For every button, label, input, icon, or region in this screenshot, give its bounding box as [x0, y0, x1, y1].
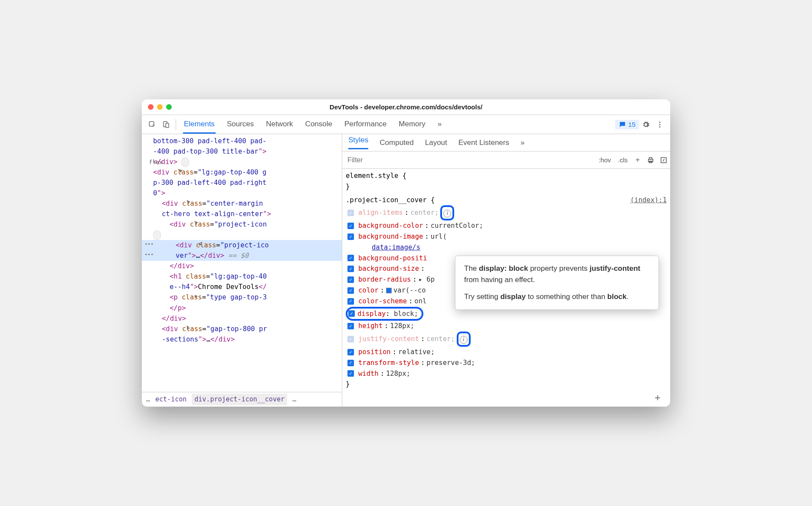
checkbox-icon[interactable]: ✓	[347, 276, 354, 283]
decl-bg-image[interactable]: ✓background-image: url(	[346, 231, 667, 242]
hint-tooltip: The display: block property prevents jus…	[455, 256, 659, 310]
tab-memory[interactable]: Memory	[398, 115, 426, 134]
add-icon[interactable]: ＋	[653, 391, 662, 404]
rule-header[interactable]: .project-icon__cover { (index):1	[346, 195, 667, 206]
close-icon[interactable]	[148, 104, 154, 110]
svg-point-5	[659, 126, 661, 127]
more-tabs-icon[interactable]: »	[521, 138, 524, 147]
dom-line[interactable]: -400 pad-top-300 title-bar">	[142, 146, 342, 157]
main-toolbar: Elements Sources Network Console Perform…	[142, 115, 670, 134]
device-toggle-icon[interactable]	[159, 118, 173, 131]
dom-line[interactable]: </div> flex	[142, 157, 342, 167]
styles-tabs: Styles Computed Layout Event Listeners »	[342, 134, 670, 151]
checkbox-icon[interactable]: ✓	[347, 349, 354, 355]
svg-rect-2	[166, 123, 169, 128]
decl-justify-content[interactable]: ✓justify-content: center; i	[346, 332, 667, 347]
filter-input[interactable]	[342, 156, 595, 164]
kebab-icon[interactable]	[653, 118, 667, 131]
tab-styles[interactable]: Styles	[348, 136, 368, 149]
messages-badge[interactable]: 15	[615, 120, 639, 129]
dom-line[interactable]: </div>	[142, 261, 342, 271]
flex-badge[interactable]: flex	[181, 158, 189, 167]
checkbox-icon[interactable]: ✓	[348, 310, 355, 317]
info-icon[interactable]: i	[443, 210, 451, 217]
checkbox-icon[interactable]: ✓	[347, 210, 354, 216]
dom-line[interactable]: 0">	[142, 188, 342, 198]
decl-bg-color[interactable]: ✓background-color: currentColor;	[346, 220, 667, 231]
settings-icon[interactable]	[639, 118, 653, 131]
maximize-icon[interactable]	[166, 104, 172, 110]
element-style-block[interactable]: element.style { }	[346, 171, 667, 192]
cls-toggle[interactable]: .cls	[615, 156, 632, 164]
hov-toggle[interactable]: :hov	[595, 156, 614, 164]
new-rule-icon[interactable]: ＋	[631, 155, 644, 164]
dom-line[interactable]: flex	[142, 230, 342, 240]
checkbox-icon[interactable]: ✓	[347, 233, 354, 240]
dom-line[interactable]: p-300 pad-left-400 pad-right	[142, 177, 342, 188]
titlebar: DevTools - developer.chrome.com/docs/dev…	[142, 99, 670, 115]
checkbox-icon[interactable]: ✓	[347, 336, 354, 342]
tab-performance[interactable]: Performance	[344, 115, 387, 134]
dom-line[interactable]: ▶<div class="gap-top-800 pr	[142, 324, 342, 334]
decl-bg-image-url[interactable]: data:image/s	[346, 242, 667, 253]
tab-sources[interactable]: Sources	[226, 115, 255, 134]
dom-line[interactable]: ▼<div class="lg:gap-top-400 g	[142, 167, 342, 177]
crumb-item-active[interactable]: div.project-icon__cover	[192, 394, 287, 405]
tab-network[interactable]: Network	[265, 115, 294, 134]
content-area: bottom-300 pad-left-400 pad- -400 pad-to…	[142, 134, 670, 407]
tab-computed[interactable]: Computed	[380, 138, 413, 147]
svg-point-3	[659, 122, 661, 123]
checkbox-icon[interactable]: ✓	[347, 255, 354, 261]
dom-line[interactable]: <h1 class="lg:gap-top-40	[142, 271, 342, 282]
computed-toggle-icon[interactable]	[657, 156, 670, 164]
devtools-window: DevTools - developer.chrome.com/docs/dev…	[142, 99, 670, 407]
checkbox-icon[interactable]: ✓	[347, 266, 354, 272]
dom-line[interactable]: ▼<div class="project-icon	[142, 219, 342, 230]
info-icon[interactable]: i	[460, 336, 468, 344]
tab-console[interactable]: Console	[304, 115, 333, 134]
tab-layout[interactable]: Layout	[425, 138, 447, 147]
decl-width[interactable]: ✓width: 128px;	[346, 368, 667, 379]
decl-height[interactable]: ✓height: 128px;	[346, 321, 667, 332]
more-tabs-icon[interactable]: »	[437, 115, 442, 134]
decl-position[interactable]: ✓position: relative;	[346, 347, 667, 358]
checkbox-icon[interactable]: ✓	[347, 298, 354, 305]
inspect-icon[interactable]	[145, 118, 159, 131]
dom-line[interactable]: ▶<p class="type gap-top-3	[142, 292, 342, 302]
tab-event-listeners[interactable]: Event Listeners	[458, 138, 509, 147]
checkbox-icon[interactable]: ✓	[347, 287, 354, 294]
crumb-more[interactable]: …	[146, 394, 150, 404]
tab-elements[interactable]: Elements	[183, 115, 216, 134]
dom-line[interactable]: </div>	[142, 313, 342, 324]
filter-row: :hov .cls ＋	[342, 151, 670, 169]
source-link[interactable]: (index):1	[630, 195, 667, 206]
minimize-icon[interactable]	[157, 104, 163, 110]
checkbox-icon[interactable]: ✓	[347, 370, 354, 377]
dom-line-selected[interactable]: ▶<div class="project-ico	[142, 240, 342, 250]
traffic-lights	[148, 104, 172, 110]
dom-line[interactable]: </p>	[142, 303, 342, 313]
dom-line[interactable]: e--h4">Chrome DevTools</	[142, 282, 342, 292]
checkbox-icon[interactable]: ✓	[347, 323, 354, 329]
dom-line[interactable]: bottom-300 pad-left-400 pad-	[142, 136, 342, 146]
checkbox-icon[interactable]: ✓	[347, 223, 354, 229]
dom-line[interactable]: -sections">…</div>	[142, 334, 342, 345]
styles-panel: Styles Computed Layout Event Listeners »…	[342, 134, 670, 407]
crumb-item[interactable]: ect-icon	[155, 394, 187, 404]
flex-badge[interactable]: flex	[153, 230, 161, 240]
decl-align-items[interactable]: ✓align-items: center; i	[346, 205, 667, 220]
decl-transform-style[interactable]: ✓transform-style: preserve-3d;	[346, 358, 667, 368]
checkbox-icon[interactable]: ✓	[347, 360, 354, 366]
dom-line[interactable]: ct-hero text-align-center">	[142, 209, 342, 219]
dom-line[interactable]: ▼<div class="center-margin	[142, 198, 342, 209]
color-swatch-icon[interactable]	[386, 288, 392, 293]
message-count: 15	[628, 121, 635, 128]
crumb-more[interactable]: …	[292, 394, 296, 404]
separator	[176, 119, 176, 130]
printer-icon[interactable]	[644, 156, 657, 164]
breadcrumb[interactable]: … ect-icon div.project-icon__cover …	[142, 392, 342, 407]
panel-tabs: Elements Sources Network Console Perform…	[183, 115, 442, 134]
dom-tree[interactable]: bottom-300 pad-left-400 pad- -400 pad-to…	[142, 134, 342, 392]
dom-line-selected[interactable]: ver">…</div> == $0	[142, 250, 342, 261]
dom-panel: bottom-300 pad-left-400 pad- -400 pad-to…	[142, 134, 342, 407]
